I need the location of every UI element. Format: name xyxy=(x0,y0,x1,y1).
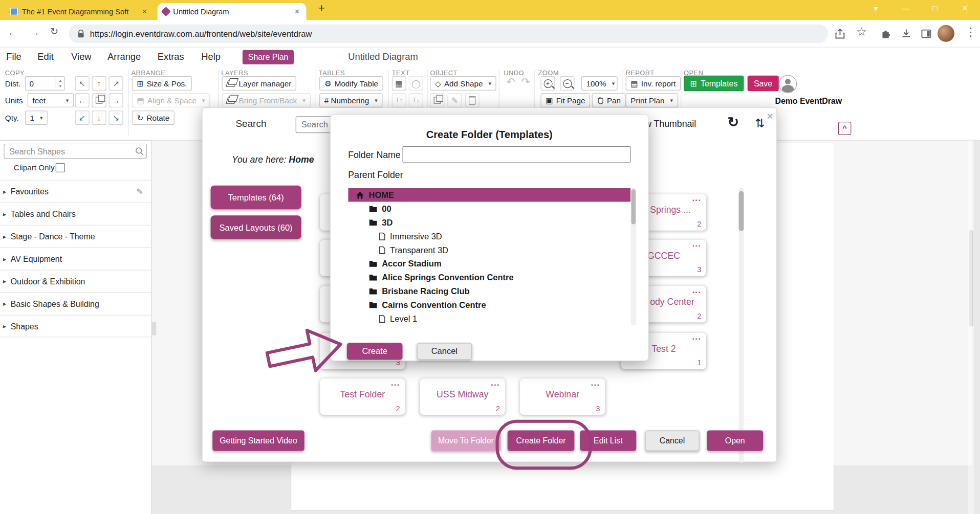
browser-tab-active[interactable]: Untitled Diagram × xyxy=(158,3,307,20)
cancel-button[interactable]: Cancel xyxy=(417,343,472,360)
breadcrumb-current[interactable]: Home xyxy=(289,154,314,165)
menu-extras[interactable]: Extras xyxy=(158,51,184,62)
create-button[interactable]: Create xyxy=(347,343,403,360)
browser-tab-inactive[interactable]: The #1 Event Diagramming Soft × xyxy=(5,3,154,20)
tree-item-folder[interactable]: Accor Stadium xyxy=(348,257,630,271)
user-avatar-icon[interactable] xyxy=(779,75,797,93)
browser-menu-icon[interactable]: ⋮ xyxy=(965,25,976,39)
forward-icon[interactable]: → xyxy=(29,26,40,39)
menu-edit[interactable]: Edit xyxy=(37,51,54,62)
text-decrease-button[interactable]: T↓ xyxy=(409,93,423,107)
card-menu-icon[interactable]: ... xyxy=(692,239,701,249)
card-menu-icon[interactable]: ... xyxy=(491,377,500,388)
move-to-folder-button[interactable]: Move To Folder xyxy=(431,430,501,451)
text-circle-button[interactable]: ◯ xyxy=(409,76,423,91)
tree-item-folder[interactable]: Cairns Convention Centre xyxy=(348,298,630,312)
units-select[interactable]: feet▾ xyxy=(28,93,74,107)
tab-saved-layouts[interactable]: Saved Layouts (60) xyxy=(211,215,301,239)
folder-card[interactable]: ...Test Folder2 xyxy=(320,378,405,415)
sidebar-resize-handle[interactable] xyxy=(152,322,157,336)
card-menu-icon[interactable]: ... xyxy=(692,332,701,342)
stepper-arrows[interactable]: ▴▾ xyxy=(56,78,64,88)
window-minimize-button[interactable]: — xyxy=(902,4,910,13)
templates-button[interactable]: ⊞Templates xyxy=(684,76,744,92)
numbering-button[interactable]: # Numbering▾ xyxy=(319,93,382,107)
print-plan-button[interactable]: Print Plan▾ xyxy=(626,93,678,107)
align-space-button[interactable]: ▤Align & Space▾ xyxy=(132,93,210,107)
side-panel-icon[interactable] xyxy=(921,28,932,39)
card-menu-icon[interactable]: ... xyxy=(692,285,701,295)
refresh-icon[interactable]: ↻ xyxy=(728,114,739,130)
copy-down-left-button[interactable]: ↙ xyxy=(75,110,90,125)
reload-icon[interactable]: ↻ xyxy=(50,26,58,37)
templates-scrollbar[interactable] xyxy=(739,188,744,463)
tree-item-file[interactable]: Transparent 3D xyxy=(348,243,630,257)
menu-view[interactable]: View xyxy=(71,51,91,62)
download-icon[interactable] xyxy=(901,28,912,39)
collapse-toolbar-button[interactable]: ^ xyxy=(838,122,852,135)
window-maximize-button[interactable]: □ xyxy=(932,4,938,13)
tree-item-folder[interactable]: 3D xyxy=(348,215,630,229)
tree-item-folder[interactable]: Alice Springs Convention Centre xyxy=(348,271,630,284)
profile-avatar[interactable] xyxy=(938,25,954,42)
tree-item-folder[interactable]: 00 xyxy=(348,202,630,215)
window-close-button[interactable]: × xyxy=(962,3,968,14)
sidebar-item-shapes[interactable]: ▸ Shapes xyxy=(0,315,152,338)
card-menu-icon[interactable]: ... xyxy=(692,193,701,203)
dialog-close-icon[interactable]: × xyxy=(767,110,773,123)
sidebar-item-stage-dance-theme[interactable]: ▸ Stage - Dance - Theme xyxy=(0,225,152,248)
add-shape-button[interactable]: ◇Add Shape▾ xyxy=(430,76,496,91)
pan-button[interactable]: Pan xyxy=(592,93,626,107)
fit-page-button[interactable]: ▣Fit Page xyxy=(540,93,590,107)
inventory-report-button[interactable]: ▤Inv. report xyxy=(626,76,681,91)
new-tab-button[interactable]: + xyxy=(318,2,325,15)
tab-templates[interactable]: Templates (64) xyxy=(211,186,301,209)
text-increase-button[interactable]: T↑ xyxy=(392,93,406,107)
scrollbar-thumb[interactable] xyxy=(631,189,636,224)
open-button[interactable]: Open xyxy=(707,430,763,451)
rotate-button[interactable]: ↻Rotate xyxy=(132,110,175,125)
copy-center-button[interactable] xyxy=(92,93,106,107)
cancel-button[interactable]: Cancel xyxy=(645,430,699,451)
copy-right-button[interactable]: → xyxy=(109,93,123,107)
zoom-level-select[interactable]: 100%▾ xyxy=(581,76,618,91)
menu-help[interactable]: Help xyxy=(201,51,221,62)
sort-icon[interactable]: ⇅ xyxy=(755,116,765,130)
scrollbar-thumb[interactable] xyxy=(739,191,744,231)
copy-left-button[interactable]: ← xyxy=(75,93,90,107)
sidebar-item-basic-shapes-building[interactable]: ▸ Basic Shapes & Building xyxy=(0,293,152,315)
tab-close-icon[interactable]: × xyxy=(140,7,149,16)
duplicate-button[interactable] xyxy=(430,93,444,107)
sidebar-item-tables-chairs[interactable]: ▸ Tables and Chairs xyxy=(0,203,152,225)
share-icon[interactable] xyxy=(834,28,845,39)
copy-down-button[interactable]: ↓ xyxy=(92,110,106,125)
zoom-in-button[interactable]: + xyxy=(540,76,555,91)
text-table-button[interactable]: ▦ xyxy=(392,76,406,91)
distance-input[interactable]: 0 ▴▾ xyxy=(25,76,65,91)
copy-up-button[interactable]: ↑ xyxy=(92,76,106,91)
search-shapes-input[interactable] xyxy=(4,144,147,159)
zoom-out-button[interactable]: − xyxy=(560,76,574,91)
address-bar[interactable]: https://login.eventdraw.com.au/frontend/… xyxy=(69,25,828,43)
copy-down-right-button[interactable]: ↘ xyxy=(109,110,123,125)
save-button[interactable]: Save xyxy=(748,76,779,92)
sidebar-item-av-equipment[interactable]: ▸ AV Equipment xyxy=(0,248,152,270)
tree-item-file[interactable]: Immersive 3D xyxy=(348,229,630,243)
back-icon[interactable]: ← xyxy=(8,26,19,39)
tree-scrollbar[interactable] xyxy=(630,188,636,326)
bring-front-back-button[interactable]: Bring Front/Back▾ xyxy=(222,93,311,107)
folder-card[interactable]: ...USS Midway2 xyxy=(420,378,505,415)
menu-arrange[interactable]: Arrange xyxy=(107,51,141,62)
bookmark-star-icon[interactable]: ☆ xyxy=(856,25,867,39)
qty-select[interactable]: 1▾ xyxy=(25,110,48,125)
copy-up-right-button[interactable]: ↗ xyxy=(109,76,123,91)
tree-item-folder[interactable]: Brisbane Racing Club xyxy=(348,284,630,298)
sidebar-item-outdoor-exhibition[interactable]: ▸ Outdoor & Exhibition xyxy=(0,270,152,293)
getting-started-video-button[interactable]: Getting Started Video xyxy=(212,430,304,451)
card-menu-icon[interactable]: ... xyxy=(391,377,400,388)
tree-item-home[interactable]: HOME xyxy=(348,188,630,202)
menu-file[interactable]: File xyxy=(6,51,21,62)
delete-button[interactable] xyxy=(465,93,480,107)
folder-card[interactable]: ...Webinar3 xyxy=(520,378,605,415)
sidebar-item-favourites[interactable]: ▸ Favourites ✎ xyxy=(0,180,152,203)
